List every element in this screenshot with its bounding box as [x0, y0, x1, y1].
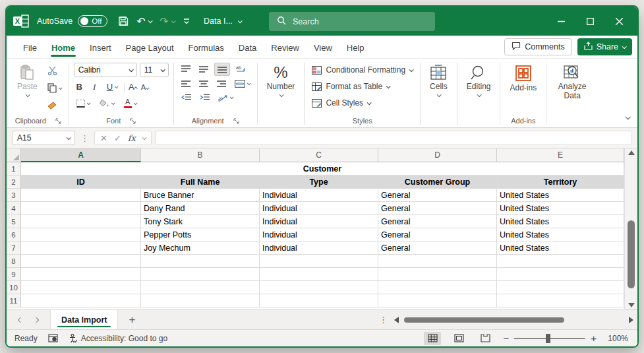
cell-E9[interactable] — [497, 268, 624, 281]
row-header-7[interactable]: 7 — [7, 241, 21, 255]
cell-E6[interactable]: United States — [497, 228, 624, 241]
close-button[interactable] — [604, 9, 633, 34]
tab-splitter-handle[interactable]: ⋮ — [376, 315, 390, 325]
cell-C4[interactable]: Individual — [260, 202, 378, 215]
increase-font-size-button[interactable]: A — [129, 82, 137, 92]
macro-record-button[interactable] — [48, 334, 58, 342]
merge-center-button[interactable] — [232, 78, 252, 90]
cell-B11[interactable] — [141, 294, 260, 307]
tab-data[interactable]: Data — [231, 38, 264, 57]
formula-input[interactable] — [156, 131, 632, 145]
cell-A10[interactable] — [21, 281, 141, 294]
borders-button[interactable] — [74, 98, 92, 110]
cell-E5[interactable]: United States — [497, 215, 624, 228]
maximize-button[interactable] — [575, 9, 604, 34]
editing-button[interactable]: Editing — [462, 61, 496, 100]
row-header-11[interactable]: 11 — [7, 294, 21, 307]
cell-B3[interactable]: Bruce Banner — [141, 189, 260, 202]
align-left-button[interactable] — [179, 78, 193, 90]
zoom-slider-handle[interactable] — [546, 334, 550, 343]
row-header-6[interactable]: 6 — [7, 228, 21, 241]
comments-button[interactable]: Comments — [504, 38, 571, 55]
cell-merged-title[interactable]: Customer — [21, 162, 624, 176]
cell-D2[interactable]: Customer Group — [378, 176, 497, 189]
clipboard-dialog-launcher[interactable] — [55, 118, 61, 124]
cell-B5[interactable]: Tony Stark — [141, 215, 260, 228]
page-break-preview-button[interactable] — [477, 332, 494, 345]
save-button[interactable] — [114, 13, 132, 29]
zoom-in-button[interactable]: + — [591, 333, 597, 343]
analyze-data-button[interactable]: Analyze Data — [551, 61, 593, 104]
cell-D4[interactable]: General — [378, 202, 497, 215]
namebox-splitter[interactable]: ⋮ — [79, 133, 90, 143]
format-painter-button[interactable] — [45, 99, 64, 112]
insert-function-button[interactable]: fx — [128, 133, 136, 143]
align-bottom-button[interactable] — [214, 63, 230, 76]
sheet-tab-data-import[interactable]: Data Import — [50, 310, 118, 329]
tab-review[interactable]: Review — [264, 38, 307, 57]
cell-D3[interactable]: General — [378, 189, 497, 202]
cell-A5[interactable] — [21, 215, 141, 228]
autosave-toggle[interactable]: Off — [78, 15, 107, 27]
orientation-button[interactable]: ab — [216, 92, 235, 104]
paste-button[interactable]: Paste — [13, 61, 42, 100]
redo-button[interactable]: ↷ — [156, 13, 179, 30]
cell-A4[interactable] — [21, 202, 141, 215]
tab-view[interactable]: View — [307, 38, 339, 57]
align-top-button[interactable] — [179, 63, 193, 75]
cell-A11[interactable] — [21, 294, 141, 307]
cell-D6[interactable]: General — [378, 228, 497, 241]
cell-D8[interactable] — [378, 255, 497, 268]
share-button[interactable]: Share — [577, 38, 632, 55]
font-dialog-launcher[interactable] — [130, 118, 136, 124]
cell-D9[interactable] — [378, 268, 497, 281]
tab-insert[interactable]: Insert — [82, 38, 119, 57]
vertical-scroll-thumb[interactable] — [628, 220, 635, 288]
cells-button[interactable]: Cells — [425, 61, 452, 100]
cell-E4[interactable]: United States — [497, 202, 624, 215]
alignment-dialog-launcher[interactable] — [233, 118, 239, 124]
column-header-C[interactable]: C — [260, 148, 378, 162]
previous-sheet-button[interactable] — [13, 315, 28, 325]
cell-B10[interactable] — [141, 281, 260, 294]
row-header-3[interactable]: 3 — [7, 189, 21, 202]
quick-access-toolbar-icon[interactable] — [179, 15, 194, 27]
tab-home[interactable]: Home — [44, 38, 82, 57]
cell-C10[interactable] — [260, 281, 378, 294]
fx-chevron-icon[interactable] — [142, 135, 147, 140]
scroll-left-arrow[interactable] — [394, 317, 399, 323]
cell-B6[interactable]: Pepper Potts — [141, 228, 260, 241]
fill-color-button[interactable] — [97, 97, 117, 110]
cell-B7[interactable]: Joy Mechum — [141, 241, 260, 255]
name-box[interactable]: A15 — [12, 131, 75, 145]
align-center-button[interactable] — [196, 78, 211, 90]
cell-A8[interactable] — [21, 255, 141, 268]
decrease-indent-button[interactable] — [179, 92, 194, 104]
scroll-down-arrow[interactable] — [628, 303, 635, 307]
column-header-E[interactable]: E — [497, 148, 624, 162]
column-header-B[interactable]: B — [141, 148, 260, 162]
bold-button[interactable]: B — [74, 82, 85, 92]
cell-C3[interactable]: Individual — [260, 189, 378, 202]
cut-button[interactable] — [45, 64, 64, 77]
row-header-2[interactable]: 2 — [7, 176, 21, 189]
cell-A7[interactable] — [21, 241, 141, 255]
cell-C5[interactable]: Individual — [260, 215, 378, 228]
cell-styles-button[interactable]: Cell Styles — [309, 96, 415, 110]
cell-D11[interactable] — [378, 294, 497, 307]
cell-B2[interactable]: Full Name — [141, 176, 260, 189]
cell-C8[interactable] — [260, 255, 378, 268]
zoom-slider-track[interactable] — [514, 338, 585, 339]
column-header-D[interactable]: D — [378, 148, 497, 162]
row-header-10[interactable]: 10 — [7, 281, 21, 294]
row-header-8[interactable]: 8 — [7, 255, 21, 268]
cell-E8[interactable] — [497, 255, 624, 268]
next-sheet-button[interactable] — [29, 315, 44, 325]
cell-E7[interactable]: United States — [497, 241, 624, 255]
cell-E11[interactable] — [497, 294, 624, 307]
cell-D7[interactable]: General — [378, 241, 497, 255]
cell-B8[interactable] — [141, 255, 260, 268]
tab-formulas[interactable]: Formulas — [181, 38, 231, 57]
select-all-corner[interactable] — [7, 148, 21, 162]
align-right-button[interactable] — [214, 78, 229, 90]
